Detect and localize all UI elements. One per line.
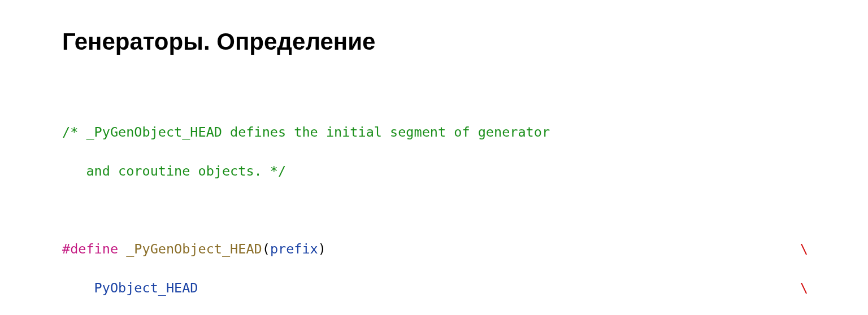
code-pyobject-line: PyObject_HEAD\ bbox=[62, 278, 808, 298]
comment-text: /* _PyGenObject_HEAD defines the initial… bbox=[62, 124, 550, 140]
macro-name: _PyGenObject_HEAD bbox=[118, 241, 262, 257]
slide-title: Генераторы. Определение bbox=[62, 28, 806, 55]
line-continuation: \ bbox=[800, 278, 808, 298]
code-define-line: #define _PyGenObject_HEAD(prefix)\ bbox=[62, 239, 808, 259]
line-continuation: \ bbox=[800, 239, 808, 259]
code-block: /* _PyGenObject_HEAD defines the initial… bbox=[62, 103, 806, 315]
macro-param: prefix bbox=[270, 241, 318, 257]
paren-open: ( bbox=[262, 241, 270, 257]
code-comment-line-1: /* _PyGenObject_HEAD defines the initial… bbox=[62, 123, 806, 142]
code-blank-line bbox=[62, 200, 806, 220]
define-directive: #define bbox=[62, 241, 118, 257]
paren-close: ) bbox=[318, 241, 326, 257]
pyobject-head: PyObject_HEAD bbox=[62, 280, 198, 296]
code-comment-line-2: and coroutine objects. */ bbox=[62, 161, 806, 181]
comment-text: and coroutine objects. */ bbox=[62, 163, 286, 179]
